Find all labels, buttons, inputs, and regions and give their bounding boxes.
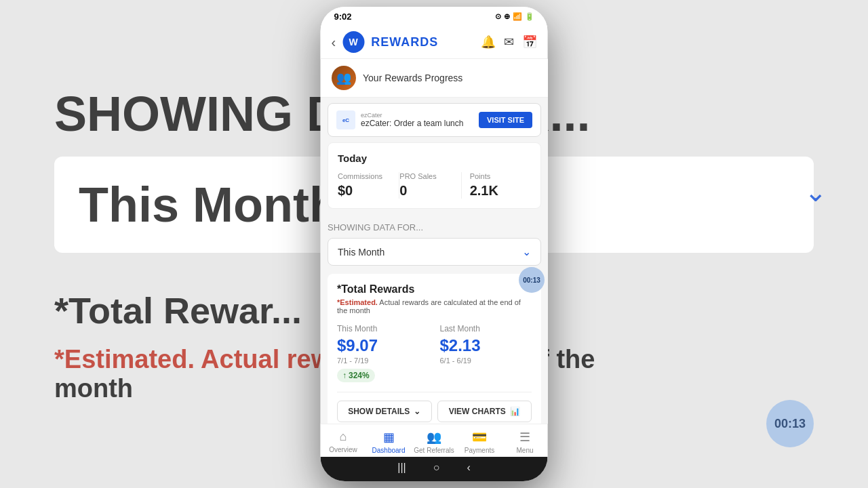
points-value: 2.1K	[469, 183, 522, 199]
status-time: 9:02	[334, 12, 352, 22]
dropdown-arrow-icon: ⌄	[522, 245, 531, 258]
bell-icon[interactable]: 🔔	[481, 35, 496, 49]
points-stat: Points 2.1K	[461, 172, 530, 199]
today-stats: Commissions $0 PRO Sales 0 Points 2.1K	[338, 172, 531, 199]
commissions-value: $0	[338, 183, 391, 199]
last-month-block: Last Month $2.13 6/1 - 6/19	[439, 324, 532, 382]
last-month-amount: $2.13	[439, 336, 532, 355]
menu-label: Menu	[516, 447, 533, 454]
status-icons: ⊙ ⊕ 📶 🔋	[495, 12, 534, 21]
view-charts-button[interactable]: VIEW CHARTS 📊	[437, 401, 532, 422]
payments-label: Payments	[465, 447, 494, 454]
ad-left: eC ezCater ezCater: Order a team lunch	[336, 110, 463, 129]
ezcater-logo: eC	[336, 110, 355, 129]
dropdown-selected: This Month	[338, 247, 384, 258]
nav-item-payments[interactable]: 💳 Payments	[457, 430, 502, 454]
estimated-prefix: *Estimated.	[337, 298, 378, 306]
pro-sales-value: 0	[399, 183, 452, 199]
recent-apps-button[interactable]: |||	[397, 462, 406, 474]
growth-pct: 324%	[349, 371, 370, 380]
dashboard-label: Dashboard	[372, 447, 406, 454]
total-rewards-section: 00:13 *Total Rewards *Estimated. Actual …	[328, 274, 541, 424]
today-label: Today	[338, 152, 531, 164]
referrals-icon: 👥	[427, 430, 441, 445]
mail-icon[interactable]: ✉	[504, 35, 514, 49]
showing-label: SHOWING DATA FOR...	[328, 222, 541, 232]
back-button[interactable]: ‹	[332, 35, 336, 50]
camera-icon: ⊙	[495, 12, 501, 21]
visit-site-button[interactable]: VISIT SITE	[478, 112, 532, 128]
pro-sales-label: PRO Sales	[399, 172, 452, 180]
nav-left: ‹ W REWARDS	[332, 31, 439, 53]
nav-item-dashboard[interactable]: ▦ Dashboard	[366, 430, 412, 454]
wifi-icon: 📶	[513, 12, 522, 21]
charts-icon: 📊	[509, 407, 519, 416]
nav-item-overview[interactable]: ⌂ Overview	[321, 430, 366, 454]
commissions-stat: Commissions $0	[338, 172, 399, 199]
today-card: Today Commissions $0 PRO Sales 0 Points …	[328, 142, 541, 209]
growth-arrow: ↑	[342, 371, 347, 380]
showing-section: SHOWING DATA FOR... This Month ⌄	[321, 214, 548, 268]
this-month-dates: 7/1 - 7/19	[337, 357, 429, 365]
avatar: 👥	[332, 66, 356, 90]
dashboard-icon: ▦	[383, 430, 395, 445]
top-nav: ‹ W REWARDS 🔔 ✉ 📅	[321, 26, 548, 59]
menu-icon: ☰	[519, 430, 530, 445]
action-buttons: SHOW DETAILS ⌄ VIEW CHARTS 📊	[337, 392, 532, 422]
chevron-down-icon: ⌄	[414, 407, 420, 416]
total-rewards-title: *Total Rewards	[337, 283, 532, 296]
estimated-note: *Estimated. Actual rewards are calculate…	[337, 298, 532, 314]
timer-badge: 00:13	[519, 267, 545, 293]
home-button[interactable]: ○	[433, 462, 440, 474]
ad-label: ezCater	[361, 112, 463, 119]
bg-timer: 00:13	[766, 400, 814, 447]
show-details-button[interactable]: SHOW DETAILS ⌄	[337, 401, 432, 422]
battery-icon: 🔋	[525, 12, 534, 21]
status-bar: 9:02 ⊙ ⊕ 📶 🔋	[321, 7, 548, 26]
overview-icon: ⌂	[340, 430, 347, 444]
rewards-logo: W	[342, 31, 364, 53]
record-icon: ⊕	[504, 12, 510, 21]
bottom-nav: ⌂ Overview ▦ Dashboard 👥 Get Referrals 💳…	[321, 424, 548, 457]
points-label: Points	[469, 172, 522, 180]
referrals-label: Get Referrals	[414, 447, 454, 454]
calendar-icon[interactable]: 📅	[522, 35, 537, 49]
rewards-title: REWARDS	[371, 35, 438, 49]
profile-header: 👥 Your Rewards Progress	[321, 59, 548, 98]
home-bar: ||| ○ ‹	[321, 457, 548, 481]
this-month-amount: $9.07	[337, 336, 429, 355]
last-month-dates: 6/1 - 6/19	[439, 357, 532, 365]
period-dropdown[interactable]: This Month ⌄	[328, 238, 541, 266]
nav-item-menu[interactable]: ☰ Menu	[502, 430, 548, 454]
commissions-label: Commissions	[338, 172, 391, 180]
growth-badge: ↑ 324%	[337, 369, 375, 382]
bg-chevron-icon: ⌄	[804, 176, 827, 207]
nav-right: 🔔 ✉ 📅	[481, 35, 537, 49]
scroll-content: 👥 Your Rewards Progress eC ezCater ezCat…	[321, 59, 548, 424]
pro-sales-stat: PRO Sales 0	[399, 172, 461, 199]
rewards-compare: This Month $9.07 7/1 - 7/19 ↑ 324% Last …	[337, 324, 532, 382]
rewards-progress-text: Your Rewards Progress	[363, 73, 462, 83]
last-month-label: Last Month	[439, 324, 532, 333]
this-month-label: This Month	[337, 324, 429, 333]
ad-banner[interactable]: eC ezCater ezCater: Order a team lunch V…	[328, 103, 541, 137]
overview-label: Overview	[329, 446, 357, 453]
show-details-label: SHOW DETAILS	[348, 407, 410, 416]
payments-icon: 💳	[472, 430, 487, 445]
nav-item-referrals[interactable]: 👥 Get Referrals	[412, 430, 457, 454]
phone-frame: 9:02 ⊙ ⊕ 📶 🔋 ‹ W REWARDS 🔔 ✉ 📅 👥 Your Re…	[321, 7, 548, 481]
ad-text: ezCater: Order a team lunch	[361, 119, 463, 128]
back-gesture-button[interactable]: ‹	[467, 462, 470, 474]
this-month-block: This Month $9.07 7/1 - 7/19 ↑ 324%	[337, 324, 429, 382]
view-charts-label: VIEW CHARTS	[448, 407, 505, 416]
